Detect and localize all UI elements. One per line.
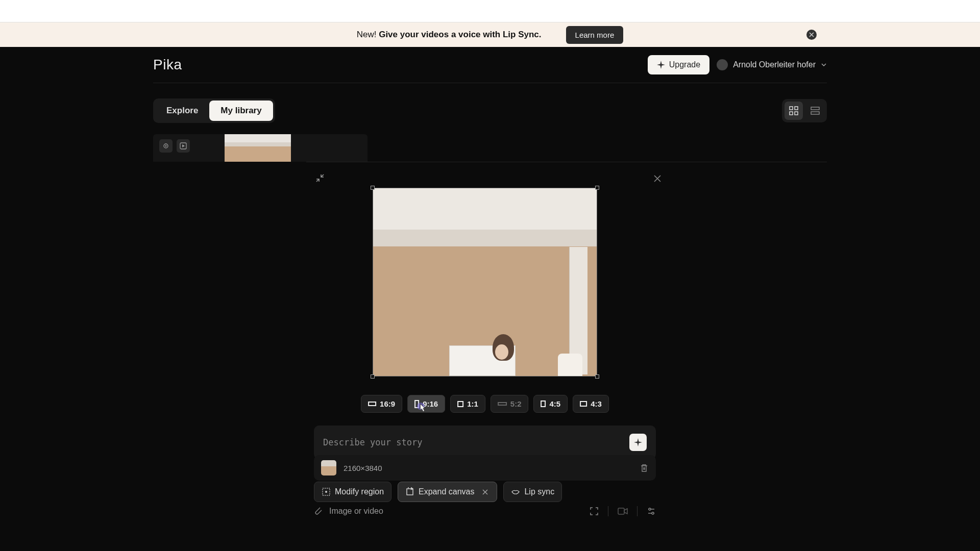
- banner-bold: Give your videos a voice with Lip Sync.: [379, 30, 541, 39]
- list-view-button[interactable]: [806, 102, 824, 120]
- video-settings-button[interactable]: [618, 507, 628, 515]
- resize-handle-tl[interactable]: [371, 186, 375, 190]
- sparkle-icon: [657, 61, 665, 69]
- aspect-ratio-bar: 16:9 9:16 1:1 5:2 4:5: [361, 395, 609, 413]
- svg-point-11: [325, 491, 327, 493]
- scene-lamp: [558, 354, 582, 376]
- resize-handle-br[interactable]: [595, 374, 599, 379]
- ratio-4-5[interactable]: 4:5: [534, 395, 568, 413]
- prompt-input-box: Describe your story: [314, 425, 656, 459]
- list-icon: [811, 106, 820, 115]
- close-icon: [653, 174, 662, 183]
- ratio-icon: [498, 402, 507, 406]
- expand-icon: [405, 487, 414, 496]
- tool-label: Expand canvas: [419, 487, 474, 496]
- ratio-icon: [457, 401, 463, 407]
- upgrade-button[interactable]: Upgrade: [648, 55, 709, 74]
- svg-rect-5: [811, 112, 819, 114]
- trash-icon: [640, 463, 649, 472]
- prompt-placeholder[interactable]: Describe your story: [323, 437, 422, 447]
- learn-more-button[interactable]: Learn more: [566, 26, 624, 44]
- ratio-16-9[interactable]: 16:9: [361, 395, 402, 413]
- chevron-down-icon: [821, 62, 827, 68]
- close-editor-button[interactable]: [653, 174, 662, 183]
- logo: Pika: [153, 57, 182, 73]
- tool-label: Lip sync: [524, 487, 554, 496]
- ratio-icon: [541, 400, 546, 407]
- user-name: Arnold Oberleiter hofer: [733, 60, 816, 69]
- generate-button[interactable]: [629, 434, 647, 451]
- expand-canvas-button[interactable]: Expand canvas: [398, 482, 497, 502]
- canvas-preview[interactable]: [373, 188, 597, 377]
- resize-handle-tr[interactable]: [595, 186, 599, 190]
- ratio-label: 4:5: [550, 399, 561, 408]
- sliders-icon: [647, 507, 656, 516]
- tool-label: Modify region: [335, 487, 384, 496]
- delete-attachment-button[interactable]: [640, 463, 649, 472]
- ratio-5-2[interactable]: 5:2: [491, 395, 529, 413]
- user-menu[interactable]: Arnold Oberleiter hofer: [717, 59, 827, 70]
- svg-rect-1: [795, 107, 798, 110]
- app-header: Pika Upgrade Arnold Oberleiter hofer: [0, 47, 980, 83]
- ratio-label: 4:3: [591, 399, 602, 408]
- view-toggle: [782, 99, 827, 122]
- resize-handle-bl[interactable]: [371, 374, 375, 379]
- ratio-4-3[interactable]: 4:3: [573, 395, 609, 413]
- tab-explore[interactable]: Explore: [155, 101, 209, 121]
- svg-point-7: [165, 145, 167, 147]
- focus-icon: [159, 139, 173, 153]
- ratio-label: 5:2: [510, 399, 522, 408]
- close-banner-button[interactable]: [806, 30, 817, 40]
- browser-chrome-gap: [0, 0, 980, 22]
- ratio-1-1[interactable]: 1:1: [450, 395, 485, 413]
- close-icon: [482, 489, 488, 495]
- svg-rect-0: [790, 107, 793, 110]
- lips-icon: [511, 487, 520, 496]
- canvas-frame[interactable]: 16:9 9:16 1:1 5:2 4:5: [373, 188, 597, 377]
- avatar: [717, 59, 728, 70]
- banner-text: New! Give your videos a voice with Lip S…: [357, 30, 542, 40]
- play-icon: [177, 139, 190, 153]
- grid-view-button[interactable]: [785, 102, 803, 120]
- ratio-9-16[interactable]: 9:16: [407, 395, 445, 413]
- svg-point-15: [652, 512, 654, 514]
- library-thumbnail: [225, 134, 291, 162]
- svg-point-14: [649, 508, 651, 510]
- close-icon: [809, 32, 814, 37]
- attachment-thumbnail[interactable]: [321, 460, 336, 475]
- announcement-banner: New! Give your videos a voice with Lip S…: [0, 22, 980, 47]
- svg-rect-3: [795, 112, 798, 115]
- video-icon: [618, 507, 628, 515]
- upgrade-label: Upgrade: [669, 60, 700, 69]
- collapse-button[interactable]: [315, 173, 325, 183]
- ratio-label: 1:1: [467, 399, 478, 408]
- svg-rect-4: [811, 107, 819, 110]
- attachment-row: 2160×3840: [314, 455, 656, 481]
- tool-close-button[interactable]: [480, 487, 489, 496]
- svg-rect-12: [407, 489, 413, 495]
- divider: [608, 506, 608, 516]
- tab-my-library[interactable]: My library: [209, 101, 273, 121]
- bottom-toolbar: Image or video: [314, 506, 656, 516]
- paperclip-icon: [314, 507, 323, 516]
- banner-prefix: New!: [357, 30, 379, 39]
- attachment-label: Image or video: [329, 507, 383, 516]
- library-separator: [306, 162, 827, 162]
- grid-icon: [789, 106, 798, 115]
- fullscreen-button[interactable]: [590, 507, 599, 516]
- scene-person-face: [495, 344, 508, 360]
- modify-region-button[interactable]: Modify region: [314, 482, 391, 502]
- tools-row: Modify region Expand canvas Lip sync: [314, 479, 656, 505]
- divider: [637, 506, 638, 516]
- ratio-icon: [580, 401, 587, 407]
- attachment-button[interactable]: [314, 507, 323, 516]
- region-icon: [322, 487, 331, 496]
- sparkle-icon: [634, 438, 642, 446]
- lip-sync-button[interactable]: Lip sync: [503, 482, 562, 502]
- fullscreen-icon: [590, 507, 599, 516]
- library-item[interactable]: [153, 134, 368, 162]
- settings-button[interactable]: [647, 507, 656, 516]
- svg-rect-2: [790, 112, 793, 115]
- cursor-pointer-icon: [417, 403, 427, 415]
- collapse-icon: [315, 173, 325, 183]
